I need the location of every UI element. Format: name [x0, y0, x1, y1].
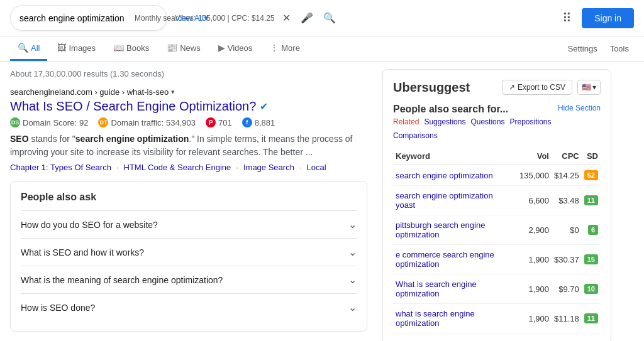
tab-all-label: All	[31, 43, 40, 53]
keyword-table: Keyword Vol CPC SD search engine optimiz…	[393, 148, 601, 333]
paa-question-3: How is SEO done?	[21, 303, 95, 313]
tab-books-label: Books	[126, 43, 149, 53]
view-all-label: View All	[175, 13, 203, 23]
sd-cell-5: 11	[582, 304, 601, 333]
filter-tab-related[interactable]: Related	[393, 117, 419, 126]
result-title[interactable]: What Is SEO / Search Engine Optimization…	[10, 99, 367, 114]
domain-traffic: DT Domain traffic: 534,903	[98, 117, 196, 127]
paa-item-0[interactable]: How do you do SEO for a website? ⌄	[21, 210, 357, 238]
paa-item-1[interactable]: What is SEO and how it works? ⌄	[21, 238, 357, 266]
domain-traffic-icon: DT	[98, 117, 108, 127]
cpc-value: $14.25	[252, 14, 275, 23]
internal-link-0[interactable]: Chapter 1: Types Of Search	[10, 163, 111, 172]
paa-item-3[interactable]: How is SEO done? ⌄	[21, 293, 357, 321]
ubersuggest-actions: ↗ Export to CSV 🇺🇸 ▾	[502, 80, 601, 95]
filter-tab-questions[interactable]: Questions	[470, 117, 504, 126]
domain-score-label: Domain Score:	[23, 118, 77, 127]
flag-chevron-icon: ▾	[592, 83, 596, 92]
internal-link-1[interactable]: HTML Code & Search Engine	[124, 163, 231, 172]
snippet: SEO stands for "search engine optimizati…	[10, 133, 367, 159]
flag-selector[interactable]: 🇺🇸 ▾	[577, 80, 601, 95]
videos-icon: ▶	[218, 43, 225, 53]
filter-tab-comparisons[interactable]: Comparisons	[393, 131, 438, 140]
export-icon: ↗	[509, 83, 515, 92]
hide-section-link[interactable]: Hide Section	[558, 104, 601, 112]
vol-cell-2: 2,900	[517, 215, 552, 245]
nav-tabs: 🔍 All 🖼 Images 📖 Books 📰 News ▶ Videos ⋮…	[0, 36, 644, 62]
ubersuggest-box: Ubersuggest ↗ Export to CSV 🇺🇸 ▾ People …	[382, 69, 611, 341]
chevron-icon-2: ⌄	[348, 274, 357, 286]
domain-score-icon: DS	[10, 117, 20, 127]
vol-cell-3: 1,900	[517, 245, 552, 274]
paa-title: People also ask	[21, 192, 357, 203]
metrics-row: DS Domain Score: 92 DT Domain traffic: 5…	[10, 117, 367, 127]
apps-icon[interactable]: ⠿	[560, 8, 574, 28]
tab-all[interactable]: 🔍 All	[10, 36, 47, 61]
internal-links: Chapter 1: Types Of Search · HTML Code &…	[10, 163, 367, 172]
paa-item-2[interactable]: What is the meaning of search engine opt…	[21, 266, 357, 293]
cpc-cell-4: $9.70	[552, 274, 582, 304]
tab-images-label: Images	[69, 43, 96, 53]
tools-link[interactable]: Tools	[605, 38, 634, 60]
cpc-cell-2: $0	[552, 215, 582, 245]
kw-cell-5[interactable]: what is search engine optimization	[393, 304, 517, 333]
sep-0: ·	[116, 163, 119, 172]
kw-cell-2[interactable]: pittsburgh search engine optimization	[393, 215, 517, 245]
chevron-icon-3: ⌄	[348, 301, 357, 313]
tab-images[interactable]: 🖼 Images	[50, 36, 103, 61]
sd-cell-2: 6	[582, 215, 601, 245]
col-cpc: CPC	[552, 148, 582, 165]
view-all-button[interactable]: View All ▾	[175, 13, 209, 23]
cpc-label: CPC:	[231, 14, 250, 23]
kw-cell-1[interactable]: search engine optimization yoast	[393, 186, 517, 215]
pinterest-count: 701	[218, 118, 232, 127]
settings-link[interactable]: Settings	[563, 38, 602, 60]
search-input[interactable]	[19, 13, 130, 23]
pasa-header: People also search for... Hide Section	[393, 104, 601, 115]
internal-link-3[interactable]: Local	[307, 163, 326, 172]
breadcrumb-dropdown[interactable]: ▾	[171, 88, 175, 96]
table-row: e commerce search engine optimization 1,…	[393, 245, 601, 274]
sd-cell-0: 52	[582, 165, 601, 186]
tab-books[interactable]: 📖 Books	[106, 36, 157, 61]
chevron-icon-1: ⌄	[348, 246, 357, 258]
filter-tab-suggestions[interactable]: Suggestions	[424, 117, 465, 126]
sep-1: ·	[236, 163, 238, 172]
export-label: Export to CSV	[518, 83, 565, 92]
kw-cell-4[interactable]: What is search engine optimization	[393, 274, 517, 304]
domain-score: DS Domain Score: 92	[10, 117, 88, 127]
filter-tabs: Related Suggestions Questions Prepositio…	[393, 117, 601, 140]
table-row: pittsburgh search engine optimization 2,…	[393, 215, 601, 245]
tab-videos-label: Videos	[228, 43, 253, 53]
cpc-cell-0: $14.25	[552, 165, 582, 186]
tab-news[interactable]: 📰 News	[159, 36, 208, 61]
results-count: About 17,30,00,000 results (1.30 seconds…	[10, 69, 367, 78]
export-csv-button[interactable]: ↗ Export to CSV	[502, 80, 572, 95]
search-bar: Monthly searches: 135,000 | CPC: $14.25 …	[10, 5, 167, 31]
table-row: search engine optimization 135,000 $14.2…	[393, 165, 601, 186]
paa-question-1: What is SEO and how it works?	[21, 247, 144, 257]
clear-button[interactable]: ✕	[280, 9, 293, 26]
pinterest-metric: P 701	[206, 117, 232, 127]
tab-news-label: News	[180, 43, 201, 53]
images-icon: 🖼	[57, 43, 66, 53]
flag-icon: 🇺🇸	[582, 83, 591, 92]
vol-cell-5: 1,900	[517, 304, 552, 333]
left-panel: About 17,30,00,000 results (1.30 seconds…	[0, 69, 377, 341]
search-button[interactable]: 🔍	[321, 9, 338, 26]
vol-cell-0: 135,000	[517, 165, 552, 186]
kw-cell-0[interactable]: search engine optimization	[393, 165, 517, 186]
kw-cell-3[interactable]: e commerce search engine optimization	[393, 245, 517, 274]
right-panel: Ubersuggest ↗ Export to CSV 🇺🇸 ▾ People …	[377, 69, 616, 341]
voice-search-button[interactable]: 🎤	[298, 9, 316, 26]
domain-score-value: 92	[79, 118, 88, 127]
sign-in-button[interactable]: Sign in	[582, 8, 634, 28]
cpc-cell-3: $30.37	[552, 245, 582, 274]
internal-link-2[interactable]: Image Search	[243, 163, 294, 172]
filter-tab-prepositions[interactable]: Prepositions	[509, 117, 551, 126]
pasa-title: People also search for...	[393, 104, 508, 114]
facebook-count: 8,881	[255, 118, 275, 127]
tab-more[interactable]: ⋮ More	[262, 36, 308, 61]
pinterest-icon: P	[206, 117, 216, 127]
tab-videos[interactable]: ▶ Videos	[211, 36, 260, 61]
